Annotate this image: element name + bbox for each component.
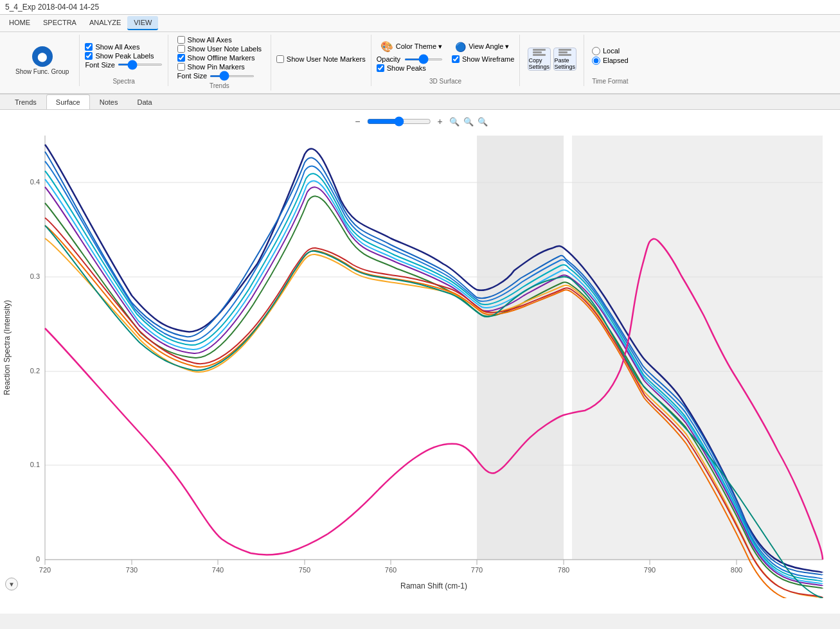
font-size-spectra-slider[interactable] [118,64,163,66]
ribbon: ⬤ Show Func. Group Show All Axes Show Pe… [0,32,840,94]
zoom-slider[interactable] [367,116,431,127]
copy-settings-button[interactable]: CopySettings [528,48,551,71]
y-tick-01: 0.1 [30,461,40,468]
y-tick-02: 0.2 [30,367,40,375]
show-all-axes-spectra-label: Show All Axes [95,43,139,51]
x-axis-label: Raman Shift (cm-1) [400,581,467,590]
font-size-trends-slider[interactable] [210,75,255,77]
view-angle-button[interactable]: 🔵 View Angle ▾ [451,40,513,53]
menu-view[interactable]: VIEW [127,16,158,30]
tab-data[interactable]: Data [128,94,162,109]
show-all-axes-trends-row: Show All Axes [177,36,262,44]
ribbon-group-funcgroup: ⬤ Show Func. Group [5,35,80,86]
menu-home[interactable]: HOME [3,16,37,30]
elapsed-radio[interactable] [592,57,600,65]
show-user-note-labels-row: Show User Note Labels [177,45,262,53]
ribbon-group-usernotes: Show User Note Markers [271,35,371,86]
paste-icon-line1 [559,49,571,51]
opacity-row: Opacity Show Wireframe [377,55,515,63]
y-tick-03: 0.3 [30,272,40,280]
show-all-axes-spectra-row: Show All Axes [85,43,162,51]
x-label-730: 730 [126,566,138,574]
ribbon-group-timeformat: Local Elapsed Time Format [584,35,636,86]
y-axis-label: Reaction Spectra (Intensity) [3,300,12,395]
x-label-740: 740 [212,566,224,574]
highlight-region-2 [572,136,823,560]
show-user-note-labels-label: Show User Note Labels [188,45,262,53]
highlight-region-1 [477,136,564,560]
color-theme-label: Color Theme ▾ [396,42,442,51]
tab-bar: Trends Surface Notes Data [0,94,840,110]
copy-icon-line2 [533,51,542,53]
x-label-760: 760 [385,566,397,574]
copy-settings-label: CopySettings [529,57,550,70]
tab-surface[interactable]: Surface [46,94,90,109]
x-label-780: 780 [558,566,569,574]
y-tick-0: 0 [36,555,40,563]
menu-spectra[interactable]: SPECTRA [37,16,83,30]
x-label-720: 720 [39,566,51,574]
paste-icon-line3 [559,54,571,56]
show-wireframe-label: Show Wireframe [462,55,514,63]
func-group-icon: ⬤ [32,46,53,67]
show-all-axes-spectra-checkbox[interactable] [85,43,93,51]
show-pin-markers-checkbox[interactable] [177,63,185,71]
x-label-770: 770 [471,566,483,574]
show-peaks-checkbox[interactable] [377,64,384,72]
show-user-note-markers-checkbox[interactable] [276,55,284,63]
show-user-note-labels-checkbox[interactable] [177,45,185,53]
zoom-area-icon[interactable]: 🔍 [463,117,474,127]
show-user-note-markers-row: Show User Note Markers [276,55,366,63]
ribbon-group-copypaste: CopySettings PasteSettings [520,35,584,86]
show-offline-markers-checkbox[interactable] [177,54,185,62]
show-pin-markers-row: Show Pin Markers [177,63,262,71]
chart-svg: 0 0.1 0.2 0.3 0.4 720 730 740 750 760 77… [0,110,840,598]
color-theme-icon: 🎨 [380,40,393,53]
zoom-fit-icon[interactable]: 🔍 [449,117,460,127]
elapsed-radio-row: Elapsed [592,57,629,65]
tab-notes[interactable]: Notes [90,94,128,109]
opacity-label: Opacity [377,55,400,63]
ribbon-group-trends: Show All Axes Show User Note Labels Show… [168,35,271,91]
tab-trends[interactable]: Trends [5,94,46,109]
show-wireframe-checkbox[interactable] [452,55,460,63]
y-tick-04: 0.4 [30,178,40,186]
ribbon-group-label-trends: Trends [210,82,229,89]
view-angle-label: View Angle ▾ [469,42,509,51]
x-label-800: 800 [731,566,742,574]
color-theme-button[interactable]: 🎨 Color Theme ▾ [377,39,446,54]
show-func-group-button[interactable]: ⬤ Show Func. Group [10,44,74,78]
show-all-axes-trends-label: Show All Axes [188,36,232,44]
font-size-spectra-label: Font Size [85,61,114,69]
x-label-750: 750 [299,566,310,574]
font-size-trends-row: Font Size [177,72,262,80]
paste-settings-button[interactable]: PasteSettings [553,48,576,71]
menu-analyze[interactable]: ANALYZE [83,16,127,30]
copy-icon-line3 [533,54,546,56]
ribbon-group-3dsurface: 🎨 Color Theme ▾ 🔵 View Angle ▾ Opacity S… [371,35,521,86]
ribbon-group-label-spectra: Spectra [112,78,134,85]
view-angle-icon: 🔵 [455,42,466,52]
show-peak-labels-row: Show Peak Labels [85,52,162,60]
paste-icon-line2 [559,51,567,53]
local-label: Local [603,47,620,55]
ribbon-group-label-timeformat: Time Format [592,78,628,85]
menu-bar: HOME SPECTRA ANALYZE VIEW [0,15,840,32]
show-peak-labels-checkbox[interactable] [85,52,93,60]
show-offline-markers-row: Show Offline Markers [177,54,262,62]
show-peaks-label: Show Peaks [387,64,426,72]
local-radio-row: Local [592,47,629,55]
zoom-in-button[interactable]: + [435,115,445,128]
show-all-axes-trends-checkbox[interactable] [177,36,185,44]
zoom-toolbar: − + 🔍 🔍 🔍 [352,115,487,128]
ribbon-group-label-3dsurface: 3D Surface [429,78,461,85]
local-radio[interactable] [592,47,600,55]
zoom-out-button[interactable]: − [352,115,362,128]
zoom-reset-icon[interactable]: 🔍 [478,117,488,127]
font-size-trends-label: Font Size [177,72,207,80]
opacity-slider[interactable] [404,58,443,60]
scroll-indicator[interactable]: ▼ [5,578,18,590]
show-peak-labels-label: Show Peak Labels [95,52,154,60]
elapsed-label: Elapsed [603,57,629,64]
ribbon-group-spectra: Show All Axes Show Peak Labels Font Size… [80,35,168,86]
